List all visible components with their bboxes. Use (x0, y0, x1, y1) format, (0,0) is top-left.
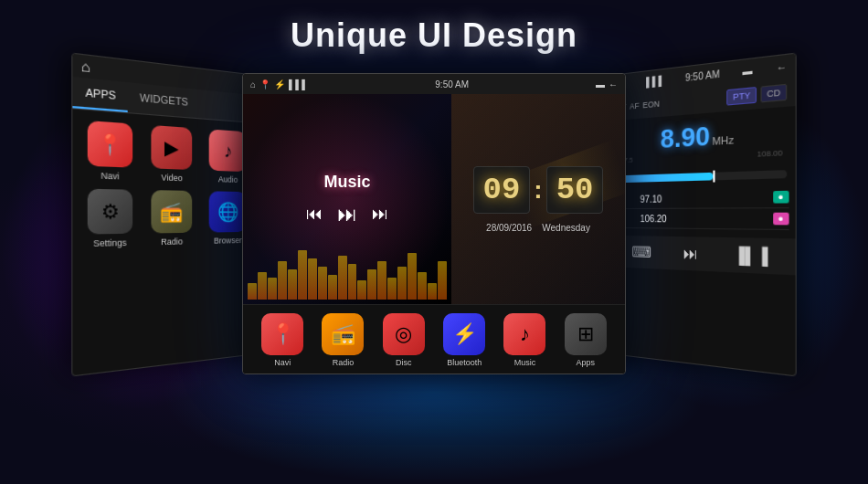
center-dock: 📍 Navi 📻 Radio ◎ Disc ⚡ Bluetooth ♪ Musi… (243, 304, 625, 374)
battery-icon: ▬ (596, 79, 605, 89)
station-freq-2: 106.20 (640, 213, 773, 224)
station-tag-2: ● (773, 213, 789, 226)
skip-icon[interactable]: ⏭ (683, 245, 698, 263)
clock-date-text: 28/09/2016 (486, 223, 532, 233)
right-controls: ⌨ ⏭ ▐▌▐ (610, 236, 796, 276)
dock-navi[interactable]: 📍 Navi (261, 313, 303, 367)
clock-colon: : (534, 175, 542, 205)
browser-label: Browser (214, 236, 242, 246)
clock-date: 28/09/2016 Wednesday (486, 223, 590, 233)
dock-apps[interactable]: ⊞ Apps (565, 313, 607, 367)
dock-bluetooth[interactable]: ⚡ Bluetooth (443, 313, 485, 367)
radio-label: Radio (161, 237, 183, 247)
app-video[interactable]: ▶ Video (145, 125, 196, 184)
dock-radio[interactable]: 📻 Radio (322, 313, 364, 367)
dock-music[interactable]: ♪ Music (503, 313, 545, 367)
settings-label: Settings (93, 237, 126, 248)
clock-display: 09 : 50 (473, 166, 604, 214)
keypad-icon[interactable]: ⌨ (632, 243, 651, 261)
center-main: Music ⏮ ⏭ ⏭ 09 : 50 28/09/2016 (243, 94, 625, 304)
dock-disc[interactable]: ◎ Disc (383, 313, 425, 367)
audio-label: Audio (218, 174, 238, 184)
tab-widgets[interactable]: WIDGETS (128, 82, 199, 118)
center-statusbar: ⌂ 📍 ⚡ ▌▌▌ 9:50 AM ▬ ← (243, 74, 625, 94)
dock-music-label: Music (514, 358, 536, 367)
dock-navi-icon: 📍 (261, 313, 303, 355)
station-freq-1: 97.10 (640, 192, 773, 205)
dock-bluetooth-label: Bluetooth (447, 358, 482, 367)
dock-navi-label: Navi (274, 358, 291, 367)
right-battery: ▬ (742, 65, 752, 77)
equalizer-icon[interactable]: ▐▌▐ (734, 246, 768, 265)
status-time: 9:50 AM (435, 79, 469, 89)
center-screen: ⌂ 📍 ⚡ ▌▌▌ 9:50 AM ▬ ← (242, 73, 626, 374)
right-time: 9:50 AM (685, 68, 720, 83)
radio-icon-left: 📻 (151, 190, 192, 233)
freq-bar-fill (617, 173, 713, 183)
music-title: Music (323, 173, 370, 192)
dock-radio-icon: 📻 (322, 313, 364, 355)
play-button[interactable]: ⏭ (337, 203, 357, 226)
audio-icon: ♪ (209, 129, 247, 172)
home-icon: ⌂ (81, 58, 90, 75)
eq-bars (248, 245, 447, 300)
af-label: AF (630, 101, 640, 111)
station-row-1[interactable]: 20 97.10 ● (615, 186, 789, 209)
next-button[interactable]: ⏭ (372, 205, 388, 224)
clock-hour: 09 (473, 166, 531, 214)
freq-bar-marker (714, 171, 715, 183)
music-widget: Music ⏮ ⏭ ⏭ (243, 94, 451, 304)
navi-label: Navi (101, 171, 119, 182)
tab-apps[interactable]: APPS (72, 77, 128, 112)
dock-disc-icon: ◎ (383, 313, 425, 355)
clock-widget: 09 : 50 28/09/2016 Wednesday (451, 94, 625, 304)
status-left: ⌂ 📍 ⚡ ▌▌▌ (250, 79, 308, 89)
video-icon: ▶ (151, 125, 192, 170)
navi-icon: 📍 (87, 121, 132, 168)
page-title: Unique UI Design (0, 16, 868, 55)
signal-bars: ▌▌▌ (289, 79, 308, 89)
left-screen: ⌂ APPS WIDGETS 📍 Navi ▶ Video ♪ Audio ⚙ … (71, 52, 259, 376)
home-icon-center: ⌂ (250, 79, 256, 89)
stations-list: 20 97.10 ● 90 106.20 ● (610, 183, 796, 235)
screens-container: ⌂ APPS WIDGETS 📍 Navi ▶ Video ♪ Audio ⚙ … (0, 73, 868, 374)
browser-icon: 🌐 (209, 191, 247, 232)
dock-apps-icon: ⊞ (565, 313, 607, 355)
apps-grid: 📍 Navi ▶ Video ♪ Audio ⚙ Settings 📻 Radi… (72, 109, 258, 259)
app-radio[interactable]: 📻 Radio (145, 190, 196, 247)
right-signal: ▌▌▌ (646, 75, 664, 88)
freq-bar (617, 170, 787, 183)
cd-button[interactable]: CD (760, 84, 787, 103)
clock-day-text: Wednesday (542, 223, 590, 233)
video-label: Video (161, 173, 182, 183)
music-controls: ⏮ ⏭ ⏭ (306, 203, 388, 226)
dock-music-icon: ♪ (503, 313, 545, 355)
freq-number: 8.90 (661, 121, 710, 154)
dock-apps-label: Apps (577, 358, 596, 367)
prev-button[interactable]: ⏮ (306, 205, 323, 224)
dock-bluetooth-icon: ⚡ (443, 313, 485, 355)
freq-unit: MHz (712, 134, 734, 147)
app-navi[interactable]: 📍 Navi (81, 121, 138, 183)
clock-minute: 50 (546, 166, 604, 214)
location-icon: 📍 (259, 79, 270, 89)
freq-max: 108.00 (757, 148, 783, 158)
dock-disc-label: Disc (396, 358, 412, 367)
eon-label: EON (642, 99, 659, 110)
settings-icon: ⚙ (87, 189, 132, 235)
bluetooth-icon: ⚡ (274, 79, 285, 89)
app-settings[interactable]: ⚙ Settings (81, 189, 138, 249)
pty-button[interactable]: PTY (727, 87, 757, 106)
dock-radio-label: Radio (333, 358, 355, 367)
station-tag-1: ● (773, 191, 789, 204)
right-buttons: PTY CD (727, 84, 787, 106)
right-screen: ⚡ ▌▌▌ 9:50 AM ▬ ← ST AF EON PTY CD 8.90 … (609, 52, 797, 376)
status-right: ▬ ← (596, 79, 618, 89)
back-icon: ← (609, 79, 618, 89)
station-row-2[interactable]: 90 106.20 ● (615, 208, 789, 230)
right-back: ← (777, 60, 788, 73)
